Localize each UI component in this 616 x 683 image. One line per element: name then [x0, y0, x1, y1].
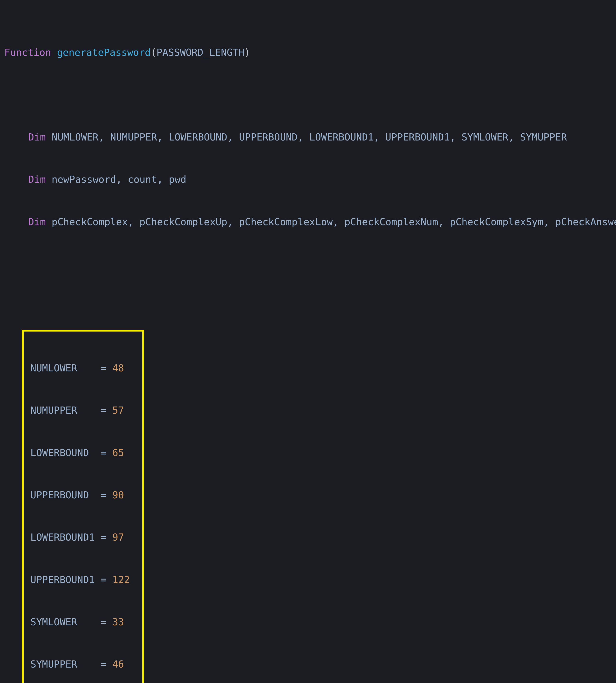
assign-numlower: NUMLOWER = 48	[24, 361, 142, 375]
assign-upperbound: UPPERBOUND = 90	[24, 488, 142, 502]
blank	[0, 257, 616, 271]
assign-numupper: NUMUPPER = 57	[24, 403, 142, 418]
fn-decl: Function generatePassword(PASSWORD_LENGT…	[0, 46, 616, 60]
assign-lowerbound: LOWERBOUND = 65	[24, 446, 142, 460]
dim-line-1: Dim NUMLOWER, NUMUPPER, LOWERBOUND, UPPE…	[0, 130, 616, 144]
assign-symlower: SYMLOWER = 33	[24, 615, 142, 629]
dim-line-2: Dim newPassword, count, pwd	[0, 173, 616, 187]
assign-lowerbound1: LOWERBOUND1 = 97	[24, 530, 142, 545]
init-block: NUMLOWER = 48 NUMUPPER = 57 LOWERBOUND =…	[22, 329, 144, 683]
assign-symupper: SYMUPPER = 46	[24, 657, 142, 671]
blank	[0, 88, 616, 102]
assign-upperbound1: UPPERBOUND1 = 122	[24, 573, 142, 587]
dim-line-3: Dim pCheckComplex, pCheckComplexUp, pChe…	[0, 215, 616, 229]
code-editor: Function generatePassword(PASSWORD_LENGT…	[0, 0, 616, 683]
